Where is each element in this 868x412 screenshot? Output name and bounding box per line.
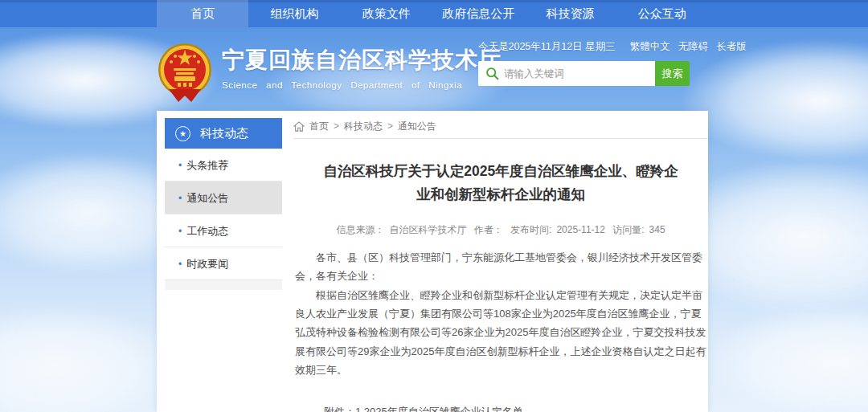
top-nav-bar: 首页 组织机构 政策文件 政府信息公开 科技资源 公众互动 bbox=[0, 0, 868, 27]
nav-item-home[interactable]: 首页 bbox=[157, 0, 248, 27]
site-header: 宁夏回族自治区科学技术厅 Science and Technology Depa… bbox=[0, 27, 868, 111]
nav-item-sci-tech-resources[interactable]: 科技资源 bbox=[524, 0, 616, 27]
bullet-icon: • bbox=[178, 226, 182, 237]
sidebar-item-label: 工作动态 bbox=[186, 225, 228, 237]
site-title: 宁夏回族自治区科学技术厅 bbox=[222, 45, 479, 75]
meta-visits-label: 访问量: bbox=[612, 224, 644, 235]
nav-item-organization[interactable]: 组织机构 bbox=[248, 0, 340, 27]
link-accessibility[interactable]: 无障碍 bbox=[678, 40, 709, 54]
nav-item-policy-documents[interactable]: 政策文件 bbox=[341, 0, 432, 27]
sidebar: ★ 科技动态 •头条推荐 •通知公告 •工作动态 •时政要闻 bbox=[165, 118, 282, 290]
home-icon bbox=[293, 121, 305, 132]
star-circle-icon: ★ bbox=[175, 126, 190, 141]
bullet-icon: • bbox=[178, 193, 182, 204]
breadcrumb-separator: > bbox=[334, 120, 339, 132]
meta-author-label: 作者： bbox=[474, 224, 503, 235]
attachments-block: 附件： 1.2025年度自治区雏鹰企业认定名单 2.2025年度自治区瞪羚企业认… bbox=[324, 403, 708, 412]
header-meta-row: 今天是2025年11月12日 星期三 繁體中文 无障碍 长者版 bbox=[478, 40, 707, 54]
attachments-list: 1.2025年度自治区雏鹰企业认定名单 2.2025年度自治区瞪羚企业认定名单 … bbox=[355, 403, 555, 412]
top-nav-items: 首页 组织机构 政策文件 政府信息公开 科技资源 公众互动 bbox=[157, 0, 708, 27]
breadcrumb-separator: > bbox=[387, 120, 393, 132]
article-paragraph: 各市、县（区）科技管理部门，宁东能源化工基地管委会，银川经济技术开发区管委会，各… bbox=[295, 248, 706, 286]
sidebar-item-label: 头条推荐 bbox=[186, 159, 228, 171]
main-article-area: 首页 > 科技动态 > 通知公告 自治区科技厅关于认定2025年度自治区雏鹰企业… bbox=[293, 111, 708, 412]
search-input[interactable] bbox=[504, 61, 650, 86]
meta-visits-value: 345 bbox=[649, 224, 665, 235]
site-subtitle: Science and Technology Department of Nin… bbox=[222, 80, 479, 90]
meta-publish-date: 2025-11-12 bbox=[556, 224, 605, 235]
meta-source-value: 自治区科学技术厅 bbox=[389, 224, 466, 235]
header-right-block: 今天是2025年11月12日 星期三 繁體中文 无障碍 长者版 搜索 bbox=[478, 40, 707, 86]
search-icon bbox=[485, 67, 499, 80]
search-button[interactable]: 搜索 bbox=[655, 61, 690, 86]
attachment-eagle-list[interactable]: 1.2025年度自治区雏鹰企业认定名单 bbox=[355, 403, 555, 412]
sidebar-header: ★ 科技动态 bbox=[165, 118, 282, 149]
link-senior-version[interactable]: 长者版 bbox=[716, 40, 747, 54]
article-body: 各市、县（区）科技管理部门，宁东能源化工基地管委会，银川经济技术开发区管委会，各… bbox=[295, 248, 706, 380]
search-box bbox=[478, 61, 655, 86]
meta-source-label: 信息来源： bbox=[336, 224, 384, 235]
sidebar-title: 科技动态 bbox=[200, 126, 248, 141]
content-panel: ★ 科技动态 •头条推荐 •通知公告 •工作动态 •时政要闻 首页 > 科技动态… bbox=[157, 111, 708, 412]
search-bar: 搜索 bbox=[478, 61, 707, 86]
sidebar-item-work-trends[interactable]: •工作动态 bbox=[165, 214, 282, 247]
attachments-label: 附件： bbox=[324, 403, 355, 412]
sidebar-item-notices[interactable]: •通知公告 bbox=[165, 182, 282, 214]
sidebar-item-label: 时政要闻 bbox=[186, 258, 228, 270]
breadcrumb-sci-tech-news[interactable]: 科技动态 bbox=[344, 120, 383, 133]
nav-item-gov-info-disclosure[interactable]: 政府信息公开 bbox=[432, 0, 524, 27]
cloud-decoration bbox=[0, 305, 177, 412]
site-title-block: 宁夏回族自治区科学技术厅 Science and Technology Depa… bbox=[222, 45, 479, 90]
nav-item-public-interaction[interactable]: 公众互动 bbox=[616, 0, 708, 27]
meta-publish-label: 发布时间: bbox=[510, 224, 551, 235]
cloud-decoration bbox=[707, 305, 868, 412]
article-paragraph: 根据自治区雏鹰企业、瞪羚企业和创新型标杆企业认定管理有关规定，决定认定半亩良人农… bbox=[295, 286, 706, 380]
sidebar-item-label: 通知公告 bbox=[186, 192, 228, 204]
article-title: 自治区科技厅关于认定2025年度自治区雏鹰企业、瞪羚企业和创新型标杆企业的通知 bbox=[317, 160, 684, 206]
bullet-icon: • bbox=[178, 160, 182, 171]
breadcrumb-notices[interactable]: 通知公告 bbox=[398, 120, 436, 133]
bullet-icon: • bbox=[178, 259, 182, 270]
article-meta: 信息来源：自治区科学技术厅 作者： 发布时间:2025-11-12 访问量:34… bbox=[293, 223, 708, 237]
sidebar-item-current-affairs[interactable]: •时政要闻 bbox=[165, 247, 282, 280]
link-traditional-chinese[interactable]: 繁體中文 bbox=[630, 40, 670, 54]
sidebar-item-headline-recommend[interactable]: •头条推荐 bbox=[165, 149, 282, 182]
breadcrumb: 首页 > 科技动态 > 通知公告 bbox=[293, 111, 708, 139]
breadcrumb-home[interactable]: 首页 bbox=[309, 120, 329, 133]
national-emblem-logo bbox=[158, 43, 212, 102]
current-date: 今天是2025年11月12日 星期三 bbox=[478, 40, 616, 54]
sidebar-footer-strip bbox=[165, 280, 282, 290]
